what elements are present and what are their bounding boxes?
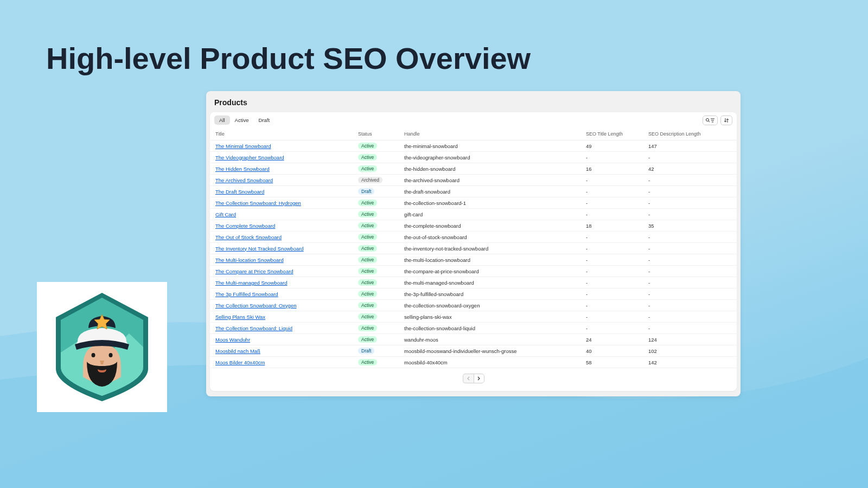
- product-title-link[interactable]: The 3p Fulfilled Snowboard: [215, 291, 278, 297]
- product-title-link[interactable]: Selling Plans Ski Wax: [215, 314, 265, 320]
- prev-page-button: [463, 374, 474, 383]
- table-row[interactable]: The Multi-location SnowboardActivethe-mu…: [210, 254, 737, 266]
- status-badge: Active: [358, 222, 377, 229]
- product-title-link[interactable]: The Collection Snowboard: Oxygen: [215, 303, 296, 309]
- cell-seo-title-length: -: [582, 266, 644, 277]
- product-title-link[interactable]: Moosbild nach Maß: [215, 348, 260, 354]
- col-handle[interactable]: Handle: [400, 128, 582, 140]
- cell-seo-desc-length: -: [644, 277, 737, 288]
- page-heading: High-level Product SEO Overview: [46, 41, 531, 76]
- cell-seo-desc-length: -: [644, 152, 737, 163]
- table-row[interactable]: The Complete SnowboardActivethe-complete…: [210, 220, 737, 232]
- cell-handle: the-hidden-snowboard: [400, 163, 582, 175]
- product-title-link[interactable]: Moos Wanduhr: [215, 337, 250, 343]
- svg-point-0: [706, 118, 709, 121]
- cell-handle: the-videographer-snowboard: [400, 152, 582, 163]
- sort-icon: [724, 118, 729, 123]
- cell-seo-desc-length: -: [644, 186, 737, 197]
- cell-seo-desc-length: -: [644, 232, 737, 243]
- panel-title: Products: [206, 91, 741, 112]
- product-title-link[interactable]: The Archived Snowboard: [215, 177, 273, 183]
- cell-seo-desc-length: -: [644, 288, 737, 300]
- cell-seo-title-length: -: [582, 311, 644, 323]
- cell-seo-desc-length: -: [644, 254, 737, 266]
- cell-seo-title-length: -: [582, 232, 644, 243]
- cell-seo-title-length: -: [582, 243, 644, 254]
- cell-seo-title-length: -: [582, 254, 644, 266]
- status-badge: Active: [358, 325, 377, 331]
- cell-handle: the-draft-snowboard: [400, 186, 582, 197]
- table-row[interactable]: The Collection Snowboard: LiquidActiveth…: [210, 323, 737, 334]
- table-row[interactable]: Gift CardActivegift-card--: [210, 209, 737, 220]
- col-seo-desc-length[interactable]: SEO Description Length: [644, 128, 737, 140]
- product-title-link[interactable]: The Hidden Snowboard: [215, 166, 270, 172]
- table-row[interactable]: The Hidden SnowboardActivethe-hidden-sno…: [210, 163, 737, 175]
- table-row[interactable]: The 3p Fulfilled SnowboardActivethe-3p-f…: [210, 288, 737, 300]
- table-row[interactable]: The Collection Snowboard: OxygenActiveth…: [210, 300, 737, 311]
- products-table: Title Status Handle SEO Title Length SEO…: [210, 128, 737, 368]
- cell-handle: the-compare-at-price-snowboard: [400, 266, 582, 277]
- table-row[interactable]: Selling Plans Ski WaxActiveselling-plans…: [210, 311, 737, 323]
- status-badge: Active: [358, 291, 377, 297]
- cell-handle: the-collection-snowboard-liquid: [400, 323, 582, 334]
- table-header-row: Title Status Handle SEO Title Length SEO…: [210, 128, 737, 140]
- table-row[interactable]: The Multi-managed SnowboardActivethe-mul…: [210, 277, 737, 288]
- table-row[interactable]: Moos WanduhrActivewanduhr-moos24124: [210, 334, 737, 345]
- cell-seo-desc-length: -: [644, 243, 737, 254]
- status-badge: Active: [358, 279, 377, 286]
- products-panel: Products All Active Draft: [206, 91, 741, 396]
- cell-seo-title-length: -: [582, 197, 644, 209]
- col-seo-title-length[interactable]: SEO Title Length: [582, 128, 644, 140]
- cell-handle: the-complete-snowboard: [400, 220, 582, 232]
- cell-seo-desc-length: 142: [644, 357, 737, 368]
- tab-all[interactable]: All: [214, 115, 230, 125]
- cell-seo-desc-length: -: [644, 197, 737, 209]
- status-badge: Active: [358, 234, 377, 240]
- cell-seo-title-length: 49: [582, 140, 644, 152]
- table-row[interactable]: The Out of Stock SnowboardActivethe-out-…: [210, 232, 737, 243]
- product-title-link[interactable]: The Multi-location Snowboard: [215, 257, 284, 263]
- product-title-link[interactable]: Gift Card: [215, 211, 236, 217]
- product-title-link[interactable]: The Collection Snowboard: Liquid: [215, 325, 292, 331]
- table-row[interactable]: The Archived SnowboardArchivedthe-archiv…: [210, 175, 737, 186]
- search-filter-button[interactable]: [703, 115, 718, 125]
- table-row[interactable]: The Collection Snowboard: HydrogenActive…: [210, 197, 737, 209]
- product-title-link[interactable]: The Inventory Not Tracked Snowboard: [215, 246, 304, 252]
- product-title-link[interactable]: The Videographer Snowboard: [215, 155, 284, 160]
- tab-draft[interactable]: Draft: [253, 115, 275, 125]
- table-row[interactable]: The Draft SnowboardDraftthe-draft-snowbo…: [210, 186, 737, 197]
- search-filter-icon: [705, 118, 715, 123]
- table-row[interactable]: The Compare at Price SnowboardActivethe-…: [210, 266, 737, 277]
- product-title-link[interactable]: The Out of Stock Snowboard: [215, 234, 282, 240]
- product-title-link[interactable]: Moos Bilder 40x40cm: [215, 359, 265, 365]
- sort-button[interactable]: [720, 115, 732, 125]
- product-title-link[interactable]: The Complete Snowboard: [215, 223, 275, 229]
- col-title[interactable]: Title: [210, 128, 354, 140]
- product-title-link[interactable]: The Collection Snowboard: Hydrogen: [215, 200, 301, 206]
- table-row[interactable]: Moosbild nach MaßDraftmoosbild-mooswand-…: [210, 345, 737, 357]
- cell-handle: selling-plans-ski-wax: [400, 311, 582, 323]
- cell-handle: the-collection-snowboard-oxygen: [400, 300, 582, 311]
- col-status[interactable]: Status: [354, 128, 400, 140]
- chevron-right-icon: [477, 376, 481, 381]
- table-row[interactable]: Moos Bilder 40x40cmActivemoosbild-40x40c…: [210, 357, 737, 368]
- cell-seo-desc-length: 42: [644, 163, 737, 175]
- tab-active[interactable]: Active: [230, 115, 254, 125]
- status-badge: Active: [358, 143, 377, 149]
- product-title-link[interactable]: The Draft Snowboard: [215, 189, 264, 195]
- table-row[interactable]: The Videographer SnowboardActivethe-vide…: [210, 152, 737, 163]
- cell-handle: gift-card: [400, 209, 582, 220]
- cell-handle: the-multi-managed-snowboard: [400, 277, 582, 288]
- next-page-button[interactable]: [474, 374, 484, 383]
- cell-handle: the-collection-snowboard-1: [400, 197, 582, 209]
- product-title-link[interactable]: The Compare at Price Snowboard: [215, 268, 293, 274]
- cell-seo-desc-length: -: [644, 266, 737, 277]
- table-row[interactable]: The Inventory Not Tracked SnowboardActiv…: [210, 243, 737, 254]
- status-badge: Archived: [358, 177, 382, 183]
- cell-handle: the-inventory-not-tracked-snowboard: [400, 243, 582, 254]
- captain-icon: [48, 290, 156, 404]
- product-title-link[interactable]: The Minimal Snowboard: [215, 143, 271, 149]
- product-title-link[interactable]: The Multi-managed Snowboard: [215, 280, 288, 286]
- table-row[interactable]: The Minimal SnowboardActivethe-minimal-s…: [210, 140, 737, 152]
- cell-handle: the-minimal-snowboard: [400, 140, 582, 152]
